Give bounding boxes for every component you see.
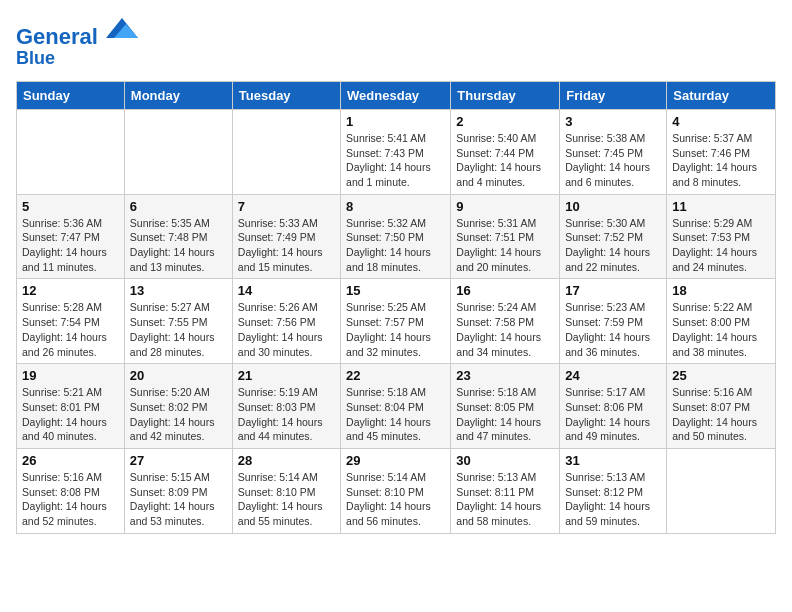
calendar-cell: 18Sunrise: 5:22 AMSunset: 8:00 PMDayligh…	[667, 279, 776, 364]
day-number: 11	[672, 199, 770, 214]
day-number: 23	[456, 368, 554, 383]
day-detail: Sunrise: 5:36 AMSunset: 7:47 PMDaylight:…	[22, 216, 119, 275]
calendar-cell: 20Sunrise: 5:20 AMSunset: 8:02 PMDayligh…	[124, 364, 232, 449]
logo-text: General	[16, 16, 138, 49]
calendar-cell: 10Sunrise: 5:30 AMSunset: 7:52 PMDayligh…	[560, 194, 667, 279]
day-detail: Sunrise: 5:16 AMSunset: 8:08 PMDaylight:…	[22, 470, 119, 529]
day-number: 16	[456, 283, 554, 298]
logo-general: General	[16, 24, 98, 49]
col-header-thursday: Thursday	[451, 81, 560, 109]
day-detail: Sunrise: 5:18 AMSunset: 8:04 PMDaylight:…	[346, 385, 445, 444]
calendar-week-3: 12Sunrise: 5:28 AMSunset: 7:54 PMDayligh…	[17, 279, 776, 364]
day-number: 22	[346, 368, 445, 383]
calendar-cell: 14Sunrise: 5:26 AMSunset: 7:56 PMDayligh…	[232, 279, 340, 364]
calendar-cell: 22Sunrise: 5:18 AMSunset: 8:04 PMDayligh…	[341, 364, 451, 449]
calendar-cell	[667, 448, 776, 533]
day-detail: Sunrise: 5:26 AMSunset: 7:56 PMDaylight:…	[238, 300, 335, 359]
day-number: 3	[565, 114, 661, 129]
day-number: 25	[672, 368, 770, 383]
calendar-cell: 8Sunrise: 5:32 AMSunset: 7:50 PMDaylight…	[341, 194, 451, 279]
calendar-cell: 26Sunrise: 5:16 AMSunset: 8:08 PMDayligh…	[17, 448, 125, 533]
calendar-cell: 28Sunrise: 5:14 AMSunset: 8:10 PMDayligh…	[232, 448, 340, 533]
col-header-sunday: Sunday	[17, 81, 125, 109]
day-detail: Sunrise: 5:14 AMSunset: 8:10 PMDaylight:…	[346, 470, 445, 529]
day-number: 13	[130, 283, 227, 298]
col-header-tuesday: Tuesday	[232, 81, 340, 109]
calendar-cell	[232, 109, 340, 194]
day-number: 18	[672, 283, 770, 298]
day-detail: Sunrise: 5:40 AMSunset: 7:44 PMDaylight:…	[456, 131, 554, 190]
page-header: General Blue	[16, 16, 776, 69]
calendar-cell: 27Sunrise: 5:15 AMSunset: 8:09 PMDayligh…	[124, 448, 232, 533]
day-number: 24	[565, 368, 661, 383]
calendar-cell	[124, 109, 232, 194]
logo-blue: Blue	[16, 49, 138, 69]
logo-icon	[106, 12, 138, 44]
calendar-cell: 7Sunrise: 5:33 AMSunset: 7:49 PMDaylight…	[232, 194, 340, 279]
calendar-cell: 19Sunrise: 5:21 AMSunset: 8:01 PMDayligh…	[17, 364, 125, 449]
calendar-cell: 13Sunrise: 5:27 AMSunset: 7:55 PMDayligh…	[124, 279, 232, 364]
day-number: 10	[565, 199, 661, 214]
day-detail: Sunrise: 5:24 AMSunset: 7:58 PMDaylight:…	[456, 300, 554, 359]
calendar-cell: 11Sunrise: 5:29 AMSunset: 7:53 PMDayligh…	[667, 194, 776, 279]
day-number: 15	[346, 283, 445, 298]
col-header-friday: Friday	[560, 81, 667, 109]
day-number: 7	[238, 199, 335, 214]
day-number: 14	[238, 283, 335, 298]
calendar-week-2: 5Sunrise: 5:36 AMSunset: 7:47 PMDaylight…	[17, 194, 776, 279]
calendar-week-1: 1Sunrise: 5:41 AMSunset: 7:43 PMDaylight…	[17, 109, 776, 194]
calendar-cell: 24Sunrise: 5:17 AMSunset: 8:06 PMDayligh…	[560, 364, 667, 449]
day-detail: Sunrise: 5:30 AMSunset: 7:52 PMDaylight:…	[565, 216, 661, 275]
calendar-cell	[17, 109, 125, 194]
logo: General Blue	[16, 16, 138, 69]
calendar-cell: 23Sunrise: 5:18 AMSunset: 8:05 PMDayligh…	[451, 364, 560, 449]
calendar-cell: 12Sunrise: 5:28 AMSunset: 7:54 PMDayligh…	[17, 279, 125, 364]
day-detail: Sunrise: 5:13 AMSunset: 8:11 PMDaylight:…	[456, 470, 554, 529]
day-number: 30	[456, 453, 554, 468]
day-detail: Sunrise: 5:22 AMSunset: 8:00 PMDaylight:…	[672, 300, 770, 359]
day-detail: Sunrise: 5:41 AMSunset: 7:43 PMDaylight:…	[346, 131, 445, 190]
day-number: 21	[238, 368, 335, 383]
calendar-week-4: 19Sunrise: 5:21 AMSunset: 8:01 PMDayligh…	[17, 364, 776, 449]
calendar-cell: 16Sunrise: 5:24 AMSunset: 7:58 PMDayligh…	[451, 279, 560, 364]
day-number: 19	[22, 368, 119, 383]
day-detail: Sunrise: 5:17 AMSunset: 8:06 PMDaylight:…	[565, 385, 661, 444]
col-header-saturday: Saturday	[667, 81, 776, 109]
day-detail: Sunrise: 5:35 AMSunset: 7:48 PMDaylight:…	[130, 216, 227, 275]
day-number: 6	[130, 199, 227, 214]
day-detail: Sunrise: 5:21 AMSunset: 8:01 PMDaylight:…	[22, 385, 119, 444]
day-detail: Sunrise: 5:25 AMSunset: 7:57 PMDaylight:…	[346, 300, 445, 359]
day-detail: Sunrise: 5:28 AMSunset: 7:54 PMDaylight:…	[22, 300, 119, 359]
calendar-cell: 5Sunrise: 5:36 AMSunset: 7:47 PMDaylight…	[17, 194, 125, 279]
day-detail: Sunrise: 5:33 AMSunset: 7:49 PMDaylight:…	[238, 216, 335, 275]
day-number: 20	[130, 368, 227, 383]
day-detail: Sunrise: 5:19 AMSunset: 8:03 PMDaylight:…	[238, 385, 335, 444]
calendar-cell: 30Sunrise: 5:13 AMSunset: 8:11 PMDayligh…	[451, 448, 560, 533]
day-number: 8	[346, 199, 445, 214]
day-detail: Sunrise: 5:27 AMSunset: 7:55 PMDaylight:…	[130, 300, 227, 359]
calendar-table: SundayMondayTuesdayWednesdayThursdayFrid…	[16, 81, 776, 534]
day-number: 12	[22, 283, 119, 298]
calendar-cell: 31Sunrise: 5:13 AMSunset: 8:12 PMDayligh…	[560, 448, 667, 533]
calendar-cell: 1Sunrise: 5:41 AMSunset: 7:43 PMDaylight…	[341, 109, 451, 194]
day-detail: Sunrise: 5:13 AMSunset: 8:12 PMDaylight:…	[565, 470, 661, 529]
day-number: 17	[565, 283, 661, 298]
day-number: 4	[672, 114, 770, 129]
calendar-cell: 9Sunrise: 5:31 AMSunset: 7:51 PMDaylight…	[451, 194, 560, 279]
calendar-cell: 4Sunrise: 5:37 AMSunset: 7:46 PMDaylight…	[667, 109, 776, 194]
day-detail: Sunrise: 5:16 AMSunset: 8:07 PMDaylight:…	[672, 385, 770, 444]
calendar-cell: 15Sunrise: 5:25 AMSunset: 7:57 PMDayligh…	[341, 279, 451, 364]
day-detail: Sunrise: 5:14 AMSunset: 8:10 PMDaylight:…	[238, 470, 335, 529]
day-number: 2	[456, 114, 554, 129]
calendar-cell: 29Sunrise: 5:14 AMSunset: 8:10 PMDayligh…	[341, 448, 451, 533]
day-detail: Sunrise: 5:38 AMSunset: 7:45 PMDaylight:…	[565, 131, 661, 190]
day-detail: Sunrise: 5:29 AMSunset: 7:53 PMDaylight:…	[672, 216, 770, 275]
day-number: 1	[346, 114, 445, 129]
day-detail: Sunrise: 5:15 AMSunset: 8:09 PMDaylight:…	[130, 470, 227, 529]
day-number: 5	[22, 199, 119, 214]
day-number: 29	[346, 453, 445, 468]
calendar-week-5: 26Sunrise: 5:16 AMSunset: 8:08 PMDayligh…	[17, 448, 776, 533]
day-detail: Sunrise: 5:23 AMSunset: 7:59 PMDaylight:…	[565, 300, 661, 359]
col-header-wednesday: Wednesday	[341, 81, 451, 109]
day-number: 26	[22, 453, 119, 468]
